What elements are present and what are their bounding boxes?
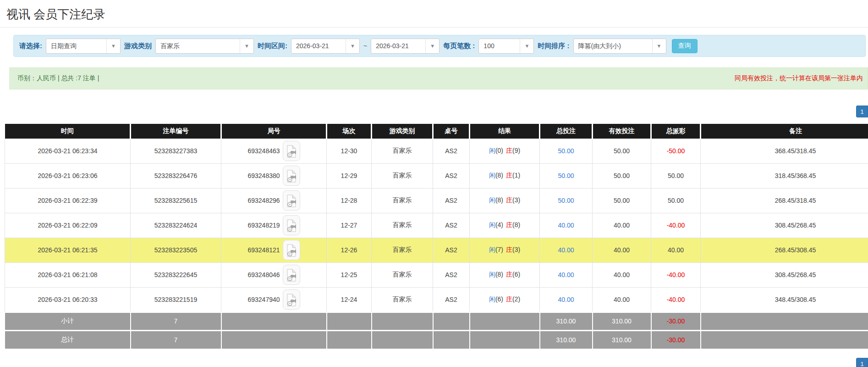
cell-time: 2026-03-21 06:23:06	[5, 163, 131, 188]
cell-valid-bet: 50.00	[593, 188, 651, 213]
cell-table: AS2	[433, 163, 470, 188]
video-icon[interactable]	[283, 289, 300, 310]
player-result: 闲	[489, 147, 495, 154]
cell-game: 百家乐	[372, 238, 433, 262]
round-number: 693248219	[247, 222, 280, 229]
cell-valid-bet: 50.00	[593, 139, 651, 163]
cell-bet-no: 523283225615	[131, 188, 221, 213]
cell-bet-no: 523283221519	[131, 287, 221, 312]
cell-payout: -40.00	[651, 213, 701, 238]
summary-empty	[327, 312, 372, 330]
cell-game: 百家乐	[372, 262, 433, 287]
cell-round: 693248121	[221, 238, 327, 262]
cell-note: 368.45/318.45	[701, 139, 868, 163]
page-1-button[interactable]: 1	[856, 358, 868, 367]
date-to-select[interactable]: 2026-03-21 ▼	[371, 39, 439, 54]
video-icon[interactable]	[283, 265, 300, 285]
summary-valid-bet: 310.00	[593, 312, 651, 330]
video-icon[interactable]	[283, 240, 300, 260]
currency-summary: 币别：人民币 | 总共 :7 注单 |	[17, 74, 99, 83]
summary-empty	[221, 312, 327, 330]
cell-session: 12-30	[327, 139, 372, 163]
cell-time: 2026-03-21 06:21:08	[5, 262, 131, 287]
summary-empty	[433, 330, 470, 349]
cell-note: 268.45/318.45	[701, 188, 868, 213]
pagination-bottom: 1	[0, 358, 868, 367]
table-header: 时间 注单编号 局号 场次 游戏类别 桌号 结果 总投注 有效投注 总派彩 备注	[5, 124, 868, 139]
cell-total-bet: 40.00	[540, 287, 593, 312]
page-1-button[interactable]: 1	[856, 106, 868, 117]
query-type-value: 日期查询	[46, 39, 106, 53]
table-row: 2026-03-21 06:23:06 523283226476 6932483…	[5, 163, 868, 188]
summary-empty	[372, 330, 433, 349]
summary-empty	[221, 330, 327, 349]
page-size-select[interactable]: 100 ▼	[478, 39, 534, 54]
col-payout: 总派彩	[651, 124, 701, 139]
cell-valid-bet: 50.00	[593, 163, 651, 188]
page-title: 视讯 会员下注纪录	[6, 6, 868, 22]
summary-empty	[470, 312, 540, 330]
cell-valid-bet: 40.00	[593, 238, 651, 262]
cell-note: 308.45/268.45	[701, 262, 868, 287]
table-row: 2026-03-21 06:22:09 523283224624 6932482…	[5, 213, 868, 238]
banker-score: (6)	[512, 271, 520, 278]
table-body: 2026-03-21 06:23:34 523283227383 6932484…	[5, 139, 868, 349]
cell-round: 693248380	[221, 163, 327, 188]
col-bet-no: 注单编号	[131, 124, 221, 139]
player-result: 闲	[489, 172, 495, 179]
cell-time: 2026-03-21 06:20:33	[5, 287, 131, 312]
cell-result: 闲(7)庄(3)	[470, 238, 540, 262]
cell-game: 百家乐	[372, 163, 433, 188]
chevron-down-icon: ▼	[346, 39, 359, 53]
date-to-value: 2026-03-21	[371, 39, 425, 53]
cell-result: 闲(8)庄(3)	[470, 188, 540, 213]
banker-score: (2)	[512, 295, 520, 303]
cell-session: 12-24	[327, 287, 372, 312]
summary-total-bet: 310.00	[540, 330, 593, 349]
player-result: 闲	[489, 246, 495, 253]
cell-table: AS2	[433, 287, 470, 312]
cell-valid-bet: 40.00	[593, 287, 651, 312]
chevron-down-icon: ▼	[520, 39, 533, 53]
round-number: 693248296	[247, 197, 280, 204]
banker-result: 庄	[506, 147, 512, 154]
round-number: 693248121	[247, 246, 280, 254]
summary-row: 总计 7 310.00 310.00 -30.00	[5, 330, 868, 349]
cell-time: 2026-03-21 06:22:39	[5, 188, 131, 213]
summary-row: 小计 7 310.00 310.00 -30.00	[5, 312, 868, 330]
col-session: 场次	[327, 124, 372, 139]
time-sort-select[interactable]: 降冪(由大到小) ▼	[573, 39, 666, 54]
summary-valid-bet: 310.00	[593, 330, 651, 349]
time-sort-label: 时间排序 :	[538, 42, 569, 50]
video-icon[interactable]	[283, 190, 300, 211]
player-score: (4)	[495, 221, 503, 228]
cell-round: 693248046	[221, 262, 327, 287]
player-score: (6)	[495, 295, 503, 303]
video-icon[interactable]	[283, 166, 300, 186]
summary-total-bet: 310.00	[540, 312, 593, 330]
banker-result: 庄	[506, 271, 512, 278]
cell-bet-no: 523283222645	[131, 262, 221, 287]
cell-note: 268.45/308.45	[701, 238, 868, 262]
game-category-value: 百家乐	[156, 39, 240, 53]
summary-empty	[701, 312, 868, 330]
table-row: 2026-03-21 06:20:33 523283221519 6932479…	[5, 287, 868, 312]
query-type-select[interactable]: 日期查询 ▼	[46, 39, 121, 54]
date-from-select[interactable]: 2026-03-21 ▼	[291, 39, 360, 54]
summary-empty	[701, 330, 868, 349]
cell-table: AS2	[433, 188, 470, 213]
cell-note: 348.45/308.45	[701, 287, 868, 312]
summary-payout: -30.00	[651, 330, 701, 349]
cell-game: 百家乐	[372, 287, 433, 312]
summary-empty	[372, 312, 433, 330]
cell-total-bet: 40.00	[540, 238, 593, 262]
cell-round: 693247940	[221, 287, 327, 312]
round-number: 693248380	[247, 172, 280, 179]
betting-records-table: 时间 注单编号 局号 场次 游戏类别 桌号 结果 总投注 有效投注 总派彩 备注…	[5, 124, 868, 349]
video-icon[interactable]	[283, 141, 300, 161]
search-button[interactable]: 查询	[672, 39, 698, 53]
cell-payout: 40.00	[651, 238, 701, 262]
chevron-down-icon: ▼	[106, 39, 120, 53]
game-category-select[interactable]: 百家乐 ▼	[155, 39, 254, 54]
video-icon[interactable]	[283, 215, 300, 235]
